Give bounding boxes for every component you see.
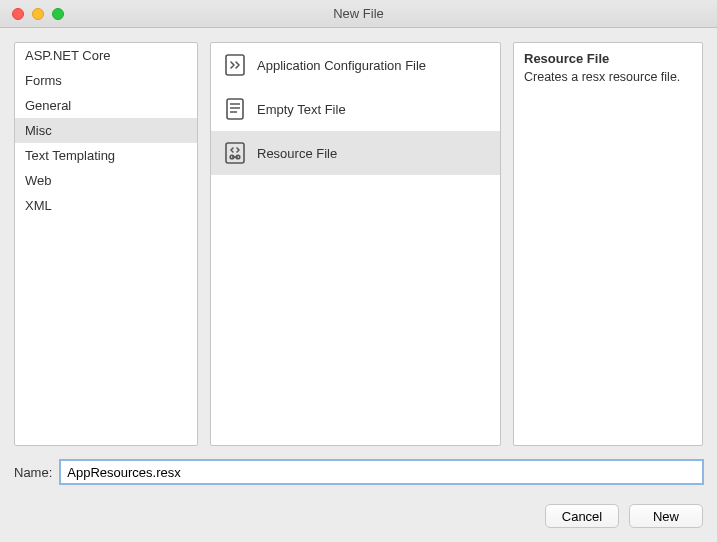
category-list[interactable]: ASP.NET CoreFormsGeneralMiscText Templat…: [14, 42, 198, 446]
template-label: Empty Text File: [257, 102, 346, 117]
minimize-window-button[interactable]: [32, 8, 44, 20]
panels-row: ASP.NET CoreFormsGeneralMiscText Templat…: [14, 42, 703, 446]
category-label: XML: [25, 198, 52, 213]
maximize-window-button[interactable]: [52, 8, 64, 20]
window-title: New File: [0, 6, 717, 21]
textfile-icon: [223, 97, 247, 121]
category-item[interactable]: Web: [15, 168, 197, 193]
svg-rect-1: [227, 99, 243, 119]
category-label: Text Templating: [25, 148, 115, 163]
svg-rect-0: [226, 55, 244, 75]
template-label: Resource File: [257, 146, 337, 161]
category-label: Web: [25, 173, 52, 188]
config-icon: [223, 53, 247, 77]
template-list[interactable]: Application Configuration FileEmpty Text…: [210, 42, 501, 446]
category-label: ASP.NET Core: [25, 48, 111, 63]
dialog-content: ASP.NET CoreFormsGeneralMiscText Templat…: [0, 28, 717, 542]
template-item[interactable]: Application Configuration File: [211, 43, 500, 87]
titlebar: New File: [0, 0, 717, 28]
template-item[interactable]: Resource File: [211, 131, 500, 175]
resource-icon: [223, 141, 247, 165]
template-item[interactable]: Empty Text File: [211, 87, 500, 131]
category-label: Forms: [25, 73, 62, 88]
category-item[interactable]: Forms: [15, 68, 197, 93]
close-window-button[interactable]: [12, 8, 24, 20]
name-input[interactable]: [60, 460, 703, 484]
category-item[interactable]: ASP.NET Core: [15, 43, 197, 68]
category-item[interactable]: Text Templating: [15, 143, 197, 168]
button-row: Cancel New: [14, 504, 703, 532]
category-label: General: [25, 98, 71, 113]
name-label: Name:: [14, 465, 52, 480]
svg-rect-5: [226, 143, 244, 163]
category-label: Misc: [25, 123, 52, 138]
new-button[interactable]: New: [629, 504, 703, 528]
description-panel: Resource File Creates a resx resource fi…: [513, 42, 703, 446]
description-body: Creates a resx resource file.: [524, 70, 692, 84]
template-label: Application Configuration File: [257, 58, 426, 73]
traffic-lights: [0, 8, 64, 20]
description-title: Resource File: [524, 51, 692, 66]
category-item[interactable]: XML: [15, 193, 197, 218]
name-row: Name:: [14, 460, 703, 484]
category-item[interactable]: General: [15, 93, 197, 118]
cancel-button[interactable]: Cancel: [545, 504, 619, 528]
category-item[interactable]: Misc: [15, 118, 197, 143]
